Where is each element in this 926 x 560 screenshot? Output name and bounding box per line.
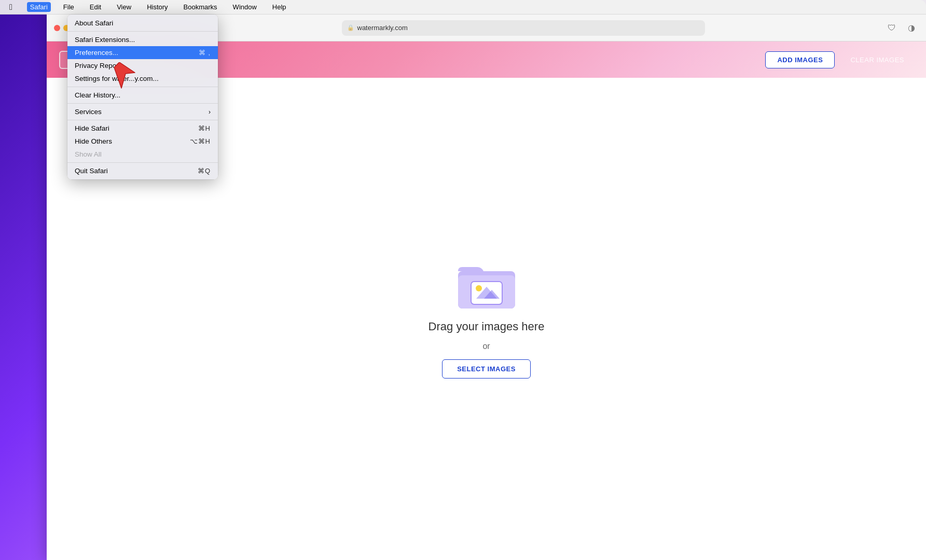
select-images-button[interactable]: SELECT IMAGES [442, 359, 531, 379]
menu-item-services[interactable]: Services › [67, 105, 218, 118]
address-bar[interactable]: 🔒 watermarkly.com [342, 20, 705, 36]
menu-item-hide-others[interactable]: Hide Others ⌥⌘H [67, 135, 218, 148]
preferences-shortcut: ⌘ , [199, 49, 211, 57]
hide-safari-shortcut: ⌘H [198, 124, 211, 132]
hide-others-shortcut: ⌥⌘H [190, 137, 211, 145]
menu-item-show-all: Show All [67, 148, 218, 161]
menu-separator-1 [67, 31, 218, 32]
shield-icon[interactable]: ◑ [904, 21, 919, 35]
menu-separator-5 [67, 162, 218, 163]
clear-history-label: Clear History... [75, 91, 120, 99]
menu-separator-4 [67, 120, 218, 120]
folder-image-icon [455, 260, 518, 312]
services-arrow-icon: › [209, 108, 211, 116]
bookmarks-menu-item[interactable]: Bookmarks [181, 2, 220, 12]
file-menu-item[interactable]: File [60, 2, 77, 12]
apple-menu-item[interactable]:  [6, 2, 16, 13]
menu-item-privacy-report[interactable]: Privacy Report... [67, 59, 218, 72]
settings-for-water-label: Settings for water...y.com... [75, 75, 159, 82]
or-text: or [482, 342, 490, 351]
clear-images-button[interactable]: CLEAR IMAGES [841, 52, 914, 68]
safari-menu-item[interactable]: Safari [27, 2, 51, 12]
toolbar-icons: 🛡 ◑ [884, 21, 919, 35]
menu-item-preferences[interactable]: Preferences... ⌘ , [67, 46, 218, 59]
about-safari-label: About Safari [75, 19, 113, 27]
close-window-button[interactable] [54, 25, 60, 31]
edit-menu-item[interactable]: Edit [87, 2, 104, 12]
bitwarden-icon[interactable]: 🛡 [884, 21, 899, 35]
menu-item-safari-extensions[interactable]: Safari Extensions... [67, 33, 218, 46]
menu-bar:  Safari File Edit View History Bookmark… [0, 0, 926, 15]
window-menu-item[interactable]: Window [230, 2, 260, 12]
menu-item-about-safari[interactable]: About Safari [67, 17, 218, 30]
show-all-label: Show All [75, 150, 102, 158]
quit-safari-label: Quit Safari [75, 167, 108, 175]
hide-safari-label: Hide Safari [75, 124, 109, 132]
url-text: watermarkly.com [357, 24, 408, 32]
drag-images-text: Drag your images here [429, 320, 545, 333]
menu-separator-2 [67, 87, 218, 87]
view-menu-item[interactable]: View [114, 2, 134, 12]
menu-item-clear-history[interactable]: Clear History... [67, 89, 218, 102]
preferences-label: Preferences... [75, 49, 118, 57]
history-menu-item[interactable]: History [144, 2, 171, 12]
add-images-button[interactable]: ADD IMAGES [765, 51, 835, 68]
svg-point-5 [476, 285, 482, 291]
safari-extensions-label: Safari Extensions... [75, 36, 135, 44]
menu-item-hide-safari[interactable]: Hide Safari ⌘H [67, 122, 218, 135]
quit-safari-shortcut: ⌘Q [198, 167, 211, 175]
hide-others-label: Hide Others [75, 137, 112, 145]
services-label: Services [75, 108, 102, 116]
help-menu-item[interactable]: Help [269, 2, 289, 12]
lock-icon: 🔒 [347, 24, 354, 31]
menu-item-quit-safari[interactable]: Quit Safari ⌘Q [67, 164, 218, 177]
menu-separator-3 [67, 103, 218, 104]
safari-dropdown-menu: About Safari Safari Extensions... Prefer… [67, 15, 218, 179]
privacy-report-label: Privacy Report... [75, 62, 127, 69]
menu-item-settings-for-water[interactable]: Settings for water...y.com... [67, 72, 218, 85]
